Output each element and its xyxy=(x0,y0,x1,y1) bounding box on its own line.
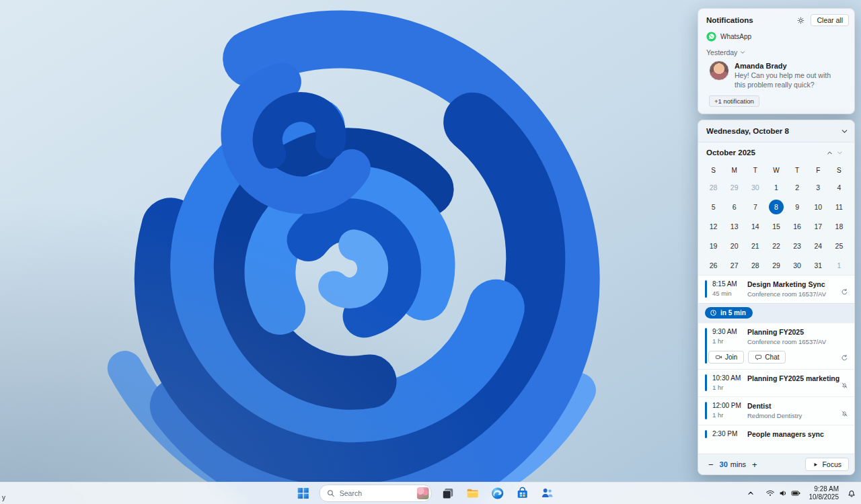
calendar-day[interactable]: 22 xyxy=(765,236,786,255)
taskbar-center: Search xyxy=(295,482,556,504)
calendar-event[interactable]: 9:30 AM1 hrPlanning FY2025Conference roo… xyxy=(698,323,854,369)
calendar-day[interactable]: 25 xyxy=(829,236,850,255)
event-title: People managers sync xyxy=(747,430,848,438)
calendar-day[interactable]: 30 xyxy=(745,177,765,197)
calendar-day[interactable]: 28 xyxy=(703,177,724,197)
event-time: 8:15 AM xyxy=(712,280,747,288)
calendar-day[interactable]: 2 xyxy=(787,177,808,197)
calendar-day[interactable]: 6 xyxy=(724,197,745,216)
calendar-day[interactable]: 5 xyxy=(703,197,724,216)
calendar-day[interactable]: 21 xyxy=(745,236,765,255)
calendar-day[interactable]: 13 xyxy=(724,216,745,236)
event-location: Conference room 16537/AV xyxy=(747,290,848,298)
calendar-day[interactable]: 1 xyxy=(829,255,850,275)
store-icon[interactable] xyxy=(514,485,531,502)
calendar-day[interactable]: 12 xyxy=(703,216,724,236)
event-time: 12:00 PM xyxy=(712,402,747,409)
clear-all-button[interactable]: Clear all xyxy=(811,14,849,26)
tray-clock[interactable]: 9:28 AM 10/8/2025 xyxy=(808,485,841,502)
calendar-day[interactable]: 19 xyxy=(703,236,724,255)
event-duration: 1 hr xyxy=(712,411,747,419)
notification-center: Notifications Clear all WhatsApp Yesterd… xyxy=(698,8,855,114)
event-title: Dentist xyxy=(747,402,848,410)
calendar-day[interactable]: 31 xyxy=(808,255,829,275)
notifications-header: Notifications Clear all xyxy=(698,9,854,29)
event-time: 2:30 PM xyxy=(712,430,747,437)
bell-off-icon xyxy=(841,380,848,392)
tray-date: 10/8/2025 xyxy=(809,493,839,502)
chevron-down-icon xyxy=(739,49,746,56)
calendar-date-label: Wednesday, October 8 xyxy=(706,127,839,135)
camera-icon xyxy=(715,353,722,361)
calendar-event[interactable]: 12:00 PM1 hrDentistRedmond Dentistry xyxy=(698,396,854,425)
system-tray: 9:28 AM 10/8/2025 xyxy=(743,482,859,504)
notification-app-row[interactable]: WhatsApp xyxy=(698,29,854,43)
calendar-event[interactable]: 8:15 AM45 minDesign Marketing SyncConfer… xyxy=(698,276,854,303)
calendar-day[interactable]: 30 xyxy=(787,255,808,275)
calendar-day[interactable]: 1 xyxy=(765,177,786,197)
calendar-day[interactable]: 20 xyxy=(724,236,745,255)
tray-time: 9:28 AM xyxy=(814,485,839,494)
avatar xyxy=(709,60,729,81)
month-up-icon[interactable] xyxy=(825,148,835,158)
calendar-day[interactable]: 29 xyxy=(765,255,786,275)
calendar-dow: T xyxy=(745,163,765,177)
event-accent-bar xyxy=(705,374,707,391)
event-duration: 45 min xyxy=(712,290,747,297)
calendar-day[interactable]: 10 xyxy=(808,197,829,216)
calendar-day[interactable]: 11 xyxy=(829,197,850,216)
tray-chevron-up-icon[interactable] xyxy=(743,487,758,500)
calendar-day[interactable]: 16 xyxy=(787,216,808,236)
calendar-day[interactable]: 7 xyxy=(745,197,765,216)
calendar-collapse-icon[interactable] xyxy=(839,126,850,137)
event-duration: 1 hr xyxy=(712,384,747,391)
focus-button[interactable]: Focus xyxy=(805,458,849,471)
calendar-day[interactable]: 3 xyxy=(808,177,829,197)
teams-icon[interactable] xyxy=(539,485,556,502)
event-title: Planning FY2025 xyxy=(747,328,848,336)
event-accent-bar xyxy=(705,402,707,419)
task-view-icon[interactable] xyxy=(439,485,457,502)
calendar-day[interactable]: 18 xyxy=(829,216,850,236)
more-notifications-button[interactable]: +1 notification xyxy=(709,95,759,107)
calendar-event[interactable]: 10:30 AM1 hrPlanning FY2025 marketing xyxy=(698,369,854,396)
notification-bell-icon[interactable] xyxy=(845,487,858,499)
event-accent-bar xyxy=(705,328,707,364)
event-title: Planning FY2025 marketing xyxy=(747,374,848,382)
focus-plus-button[interactable]: + xyxy=(750,460,759,470)
calendar-day[interactable]: 23 xyxy=(787,236,808,255)
chat-icon xyxy=(755,353,762,361)
calendar-day[interactable]: 17 xyxy=(808,216,829,236)
search-label: Search xyxy=(340,489,417,497)
calendar-day[interactable]: 15 xyxy=(765,216,786,236)
wifi-icon xyxy=(765,489,775,498)
tray-status-icons[interactable] xyxy=(763,487,803,500)
event-accent-bar xyxy=(705,280,707,298)
reminder-pill[interactable]: in 5 min xyxy=(705,307,753,319)
month-down-icon[interactable] xyxy=(835,148,845,158)
calendar-day[interactable]: 29 xyxy=(724,177,745,197)
notification-settings-icon[interactable] xyxy=(795,15,807,26)
notification-card[interactable]: Amanda Brady Hey! Can you help me out wi… xyxy=(698,58,854,91)
calendar-day[interactable]: 24 xyxy=(808,236,829,255)
calendar-day-selected[interactable]: 8 xyxy=(765,197,786,216)
calendar-day[interactable]: 26 xyxy=(703,255,724,275)
calendar-day[interactable]: 27 xyxy=(724,255,745,275)
calendar-day[interactable]: 9 xyxy=(787,197,808,216)
edge-icon[interactable] xyxy=(489,485,507,502)
search-input[interactable]: Search xyxy=(320,485,432,502)
calendar-day[interactable]: 4 xyxy=(829,177,850,197)
calendar-day[interactable]: 14 xyxy=(745,216,765,236)
calendar-day[interactable]: 28 xyxy=(745,255,765,275)
join-button[interactable]: Join xyxy=(708,351,744,364)
file-explorer-icon[interactable] xyxy=(464,485,482,502)
chat-button[interactable]: Chat xyxy=(748,351,786,364)
taskbar: y Search 9:28 AM 10/8/2025 xyxy=(0,482,861,504)
focus-duration-value: 30 xyxy=(720,460,728,468)
focus-minus-button[interactable]: − xyxy=(706,460,716,470)
notification-group-row[interactable]: Yesterday xyxy=(698,43,854,58)
focus-duration-unit: mins xyxy=(731,460,746,468)
notification-message: Hey! Can you help me out with this probl… xyxy=(735,71,842,89)
calendar-event[interactable]: 2:30 PMPeople managers sync xyxy=(698,425,854,444)
start-button[interactable] xyxy=(295,485,312,502)
